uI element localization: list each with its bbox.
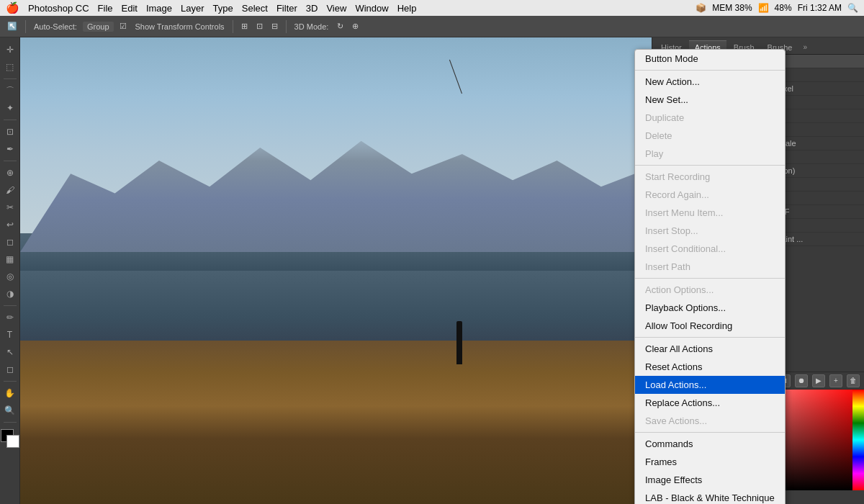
- menu-separator-2: [635, 165, 785, 166]
- menu-select[interactable]: Select: [242, 3, 268, 14]
- align-center-icon[interactable]: ⊡: [253, 20, 266, 32]
- clone-stamp-tool[interactable]: ✂: [2, 199, 18, 215]
- history-brush-tool[interactable]: ↩: [2, 217, 18, 233]
- record-button[interactable]: ⏺: [795, 374, 808, 387]
- menu-separator: [635, 70, 785, 71]
- menu-commands[interactable]: Commands: [635, 435, 785, 453]
- apple-menu[interactable]: 🍎: [6, 1, 19, 14]
- menu-delete: Delete: [635, 127, 785, 145]
- auto-select-dropdown[interactable]: Group: [83, 22, 114, 32]
- brush-tool[interactable]: 🖌: [2, 182, 18, 198]
- menu-file[interactable]: File: [98, 3, 113, 14]
- menu-help[interactable]: Help: [397, 3, 417, 14]
- type-tool[interactable]: T: [2, 327, 18, 343]
- blur-tool[interactable]: ◎: [2, 269, 18, 284]
- toolbar-separator: [25, 20, 26, 33]
- menu-clear-all-actions[interactable]: Clear All Actions: [635, 340, 785, 358]
- show-transform-checkbox[interactable]: ☑: [117, 20, 130, 32]
- crop-tool[interactable]: ⊡: [2, 124, 18, 140]
- eyedropper-tool[interactable]: ✒: [2, 141, 18, 157]
- toolbar-separator-2: [233, 20, 233, 33]
- panel-overflow-button[interactable]: »: [801, 40, 809, 54]
- menu-replace-actions[interactable]: Replace Actions...: [635, 394, 785, 412]
- menu-view[interactable]: View: [326, 3, 346, 14]
- menu-action-options: Action Options...: [635, 281, 785, 299]
- menu-photoshop[interactable]: Photoshop CC: [28, 3, 89, 14]
- magic-wand-tool[interactable]: ✦: [2, 100, 18, 116]
- 3d-rotate-icon[interactable]: ↻: [334, 20, 346, 32]
- menu-reset-actions[interactable]: Reset Actions: [635, 358, 785, 376]
- clock: Fri 1:32 AM: [798, 3, 842, 13]
- menu-insert-stop: Insert Stop...: [635, 222, 785, 240]
- 3d-pan-icon[interactable]: ⊕: [349, 20, 361, 32]
- delete-action-button[interactable]: 🗑: [847, 374, 860, 387]
- menu-frames[interactable]: Frames: [635, 453, 785, 471]
- menu-play: Play: [635, 145, 785, 163]
- path-selection-tool[interactable]: ↖: [2, 344, 18, 360]
- align-left-icon[interactable]: ⊞: [238, 20, 251, 32]
- new-action-button[interactable]: +: [829, 374, 842, 387]
- lasso-tool[interactable]: ⌒: [2, 83, 18, 99]
- wifi-icon: 📶: [758, 3, 769, 13]
- tool-separator-6: [4, 422, 17, 423]
- menu-duplicate: Duplicate: [635, 109, 785, 127]
- tool-separator-5: [4, 381, 17, 382]
- tool-separator-4: [4, 305, 17, 306]
- auto-select-label: Auto-Select:: [31, 21, 80, 32]
- menu-new-action[interactable]: New Action...: [635, 73, 785, 91]
- context-menu: Button Mode New Action... New Set... Dup…: [634, 49, 786, 504]
- shape-tool[interactable]: ◻: [2, 361, 18, 377]
- menu-insert-menu-item: Insert Menu Item...: [635, 204, 785, 222]
- menu-window[interactable]: Window: [355, 3, 388, 14]
- menu-save-actions: Save Actions...: [635, 412, 785, 430]
- eraser-tool[interactable]: ◻: [2, 234, 18, 250]
- 3d-mode-label: 3D Mode:: [292, 21, 332, 32]
- menu-playback-options[interactable]: Playback Options...: [635, 299, 785, 317]
- move-tool[interactable]: ✛: [2, 42, 18, 58]
- menu-insert-conditional: Insert Conditional...: [635, 240, 785, 258]
- menu-bar: 🍎 Photoshop CC File Edit Image Layer Typ…: [0, 0, 864, 16]
- color-strip[interactable]: [852, 390, 864, 490]
- menu-image-effects[interactable]: Image Effects: [635, 471, 785, 489]
- menu-separator-3: [635, 278, 785, 279]
- tool-separator-3: [4, 161, 17, 161]
- options-toolbar: ↖️ Auto-Select: Group ☑ Show Transform C…: [0, 16, 864, 37]
- toolbar-separator-3: [286, 20, 287, 33]
- menu-layer[interactable]: Layer: [181, 3, 204, 14]
- menu-new-set[interactable]: New Set...: [635, 91, 785, 109]
- menu-edit[interactable]: Edit: [122, 3, 138, 14]
- menu-start-recording: Start Recording: [635, 168, 785, 186]
- menu-separator-5: [635, 432, 785, 433]
- marquee-tool[interactable]: ⬚: [2, 59, 18, 75]
- menu-filter[interactable]: Filter: [276, 3, 297, 14]
- foreground-background-colors[interactable]: [1, 429, 19, 448]
- play-button[interactable]: ▶: [812, 374, 825, 387]
- main-canvas[interactable]: [20, 37, 652, 504]
- menu-image[interactable]: Image: [146, 3, 172, 14]
- pen-tool[interactable]: ✏: [2, 310, 18, 325]
- menu-button-mode[interactable]: Button Mode: [635, 50, 785, 68]
- menu-3d[interactable]: 3D: [306, 3, 318, 14]
- menubar-right: 📦 MEM 38% 📶 48% Fri 1:32 AM 🔍: [696, 3, 858, 13]
- healing-brush-tool[interactable]: ⊕: [2, 165, 18, 181]
- canvas-area: [20, 37, 652, 504]
- menu-insert-path: Insert Path: [635, 258, 785, 276]
- gradient-tool[interactable]: ▦: [2, 251, 18, 267]
- menu-record-again: Record Again...: [635, 186, 785, 204]
- menu-separator-4: [635, 337, 785, 338]
- menu-load-actions[interactable]: Load Actions...: [635, 376, 785, 394]
- dodge-tool[interactable]: ◑: [2, 286, 18, 302]
- zoom-tool[interactable]: 🔍: [2, 402, 18, 418]
- align-right-icon[interactable]: ⊟: [269, 20, 281, 32]
- tool-separator: [4, 78, 17, 79]
- tools-panel: ✛ ⬚ ⌒ ✦ ⊡ ✒ ⊕ 🖌 ✂ ↩ ◻ ▦ ◎ ◑ ✏ T ↖ ◻ ✋ 🔍: [0, 37, 20, 504]
- hand-tool[interactable]: ✋: [2, 385, 18, 401]
- show-transform-label: Show Transform Controls: [132, 21, 228, 32]
- menu-allow-tool-recording[interactable]: Allow Tool Recording: [635, 317, 785, 335]
- menu-type[interactable]: Type: [213, 3, 233, 14]
- tool-separator-2: [4, 120, 17, 120]
- search-icon[interactable]: 🔍: [847, 3, 858, 13]
- dropbox-icon: 📦: [696, 3, 706, 13]
- menu-lab-bw[interactable]: LAB - Black & White Technique: [635, 489, 785, 504]
- memory-indicator: MEM 38%: [712, 3, 752, 13]
